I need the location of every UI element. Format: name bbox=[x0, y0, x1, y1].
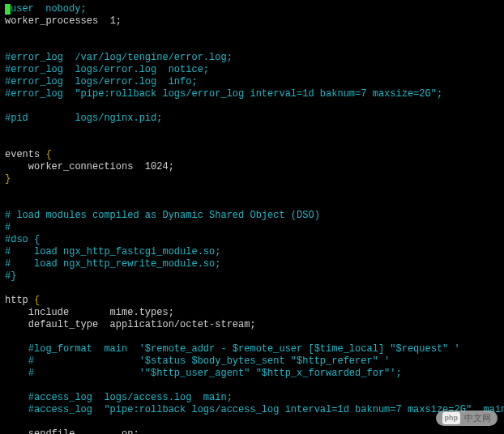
code-token bbox=[5, 283, 11, 294]
code-line: sendfile on; bbox=[5, 428, 499, 434]
code-line bbox=[5, 28, 499, 40]
code-line: #access_log logs/access.log main; bbox=[5, 392, 499, 404]
code-token bbox=[5, 331, 11, 343]
code-line: #} bbox=[5, 270, 499, 283]
code-token: #error_log logs/error.log info; bbox=[5, 76, 198, 87]
code-line: #error_log logs/error.log notice; bbox=[5, 64, 499, 76]
code-token bbox=[5, 416, 11, 428]
code-line: # bbox=[5, 222, 499, 234]
code-token: #access_log logs/access.log main; bbox=[5, 392, 233, 403]
code-line: #dso { bbox=[5, 234, 499, 246]
code-line: #log_format main '$remote_addr - $remote… bbox=[5, 343, 499, 355]
code-line bbox=[5, 125, 499, 137]
code-token: #log_format main '$remote_addr - $remote… bbox=[5, 343, 460, 355]
code-line bbox=[5, 185, 499, 198]
code-token: { bbox=[34, 295, 40, 306]
code-line bbox=[5, 40, 499, 52]
code-token: # load modules compiled as Dynamic Share… bbox=[5, 210, 320, 221]
code-line: # load ngx_http_fastcgi_module.so; bbox=[5, 246, 499, 258]
code-token bbox=[5, 380, 11, 391]
cursor bbox=[5, 4, 11, 15]
code-line bbox=[5, 198, 499, 210]
code-token bbox=[5, 185, 11, 197]
code-line: worker_connections 1024; bbox=[5, 161, 499, 173]
code-token: worker_processes bbox=[5, 15, 110, 27]
code-line: #pid logs/nginx.pid; bbox=[5, 113, 499, 125]
code-token: #pid logs/nginx.pid; bbox=[5, 113, 162, 124]
code-line: #error_log /var/log/tengine/error.log; bbox=[5, 52, 499, 64]
code-token bbox=[5, 125, 11, 136]
code-token: # bbox=[5, 222, 11, 233]
code-line: #access_log "pipe:rollback logs/access_l… bbox=[5, 404, 499, 416]
code-token: { bbox=[45, 149, 51, 160]
code-token: sendfile on; bbox=[5, 428, 139, 434]
code-token bbox=[5, 40, 11, 51]
code-line: http { bbox=[5, 295, 499, 307]
code-token: #dso bbox=[5, 234, 34, 245]
code-line bbox=[5, 380, 499, 392]
code-line: #error_log "pipe:rollback logs/error_log… bbox=[5, 88, 499, 100]
code-token: 1 bbox=[110, 15, 116, 27]
code-token bbox=[5, 28, 11, 39]
code-line: worker_processes 1; bbox=[5, 15, 499, 28]
code-line: # '"$http_user_agent" "$http_x_forwarded… bbox=[5, 368, 499, 380]
code-token: } bbox=[5, 173, 11, 185]
code-line bbox=[5, 137, 499, 149]
watermark-badge: php 中文网 bbox=[436, 411, 498, 426]
code-token: } bbox=[11, 270, 16, 282]
code-line: } bbox=[5, 173, 499, 185]
code-line: events { bbox=[5, 149, 499, 161]
code-token: http bbox=[5, 295, 34, 306]
code-line: include mime.types; bbox=[5, 307, 499, 319]
code-line: # load ngx_http_rewrite_module.so; bbox=[5, 258, 499, 270]
code-line bbox=[5, 283, 499, 295]
code-token: #error_log logs/error.log notice; bbox=[5, 64, 209, 75]
code-line bbox=[5, 331, 499, 343]
code-token: default_type application/octet-stream; bbox=[5, 319, 256, 330]
code-token: events bbox=[5, 149, 45, 160]
code-token: 1024 bbox=[145, 161, 169, 172]
code-token: # load ngx_http_fastcgi_module.so; bbox=[5, 246, 220, 257]
code-line: user nobody; bbox=[5, 3, 499, 15]
code-token: include mime.types; bbox=[5, 307, 174, 318]
code-line: #error_log logs/error.log info; bbox=[5, 76, 499, 88]
code-token: # load ngx_http_rewrite_module.so; bbox=[5, 258, 220, 270]
terminal-viewport[interactable]: user nobody;worker_processes 1; #error_l… bbox=[0, 0, 504, 434]
watermark-logo: php bbox=[442, 412, 461, 424]
code-line: # load modules compiled as Dynamic Share… bbox=[5, 210, 499, 222]
code-token bbox=[5, 137, 11, 148]
code-token: #error_log "pipe:rollback logs/error_log… bbox=[5, 88, 442, 100]
code-line bbox=[5, 416, 499, 428]
code-token bbox=[5, 198, 11, 209]
code-token: #access_log "pipe:rollback logs/access_l… bbox=[5, 404, 504, 415]
watermark-text: 中文网 bbox=[464, 412, 491, 424]
code-token: ; bbox=[169, 161, 174, 172]
code-token: ; bbox=[116, 15, 122, 27]
code-line: # '$status $body_bytes_sent "$http_refer… bbox=[5, 355, 499, 368]
code-line: default_type application/octet-stream; bbox=[5, 319, 499, 331]
code-token bbox=[5, 100, 11, 112]
code-token: worker_connections bbox=[5, 161, 145, 172]
code-token: user nobody; bbox=[11, 3, 87, 15]
code-token: # '"$http_user_agent" "$http_x_forwarded… bbox=[5, 368, 402, 379]
code-token: { bbox=[34, 234, 40, 245]
code-token: # '$status $body_bytes_sent "$http_refer… bbox=[5, 355, 390, 367]
code-token: #error_log /var/log/tengine/error.log; bbox=[5, 52, 233, 63]
code-line bbox=[5, 100, 499, 113]
